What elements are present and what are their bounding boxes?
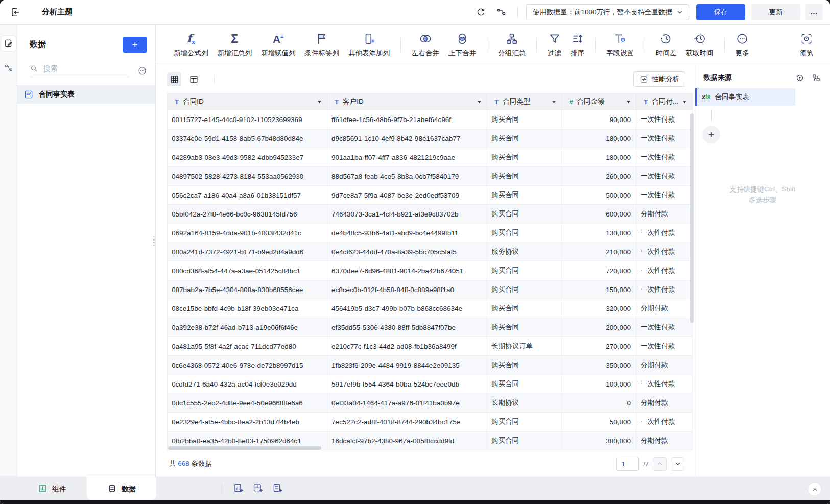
table-cell: 0e4cf623-44dd-470a-8a39-5bc705c5faf5 bbox=[327, 243, 487, 261]
toolbar-divider bbox=[595, 37, 596, 53]
add-doc-button[interactable] bbox=[272, 483, 282, 495]
horizontal-scrollbar[interactable] bbox=[168, 446, 321, 450]
tab-data[interactable]: 数据 bbox=[87, 477, 156, 500]
toolbar-item-merge-lr[interactable]: 左右合并 bbox=[407, 32, 444, 58]
table-cell: 一次性付款 bbox=[636, 375, 693, 393]
toolbar-item-merge-tb[interactable]: 上下合并 bbox=[444, 32, 481, 58]
window-edge bbox=[0, 500, 830, 504]
table-cell: 901aa1ba-ff07-4ff7-a836-4821219c9aae bbox=[327, 148, 487, 166]
performance-analysis-button[interactable]: 性能分析 bbox=[633, 71, 685, 87]
table-cell: 056c2ca7-a186-40a4-a8a6-01b38151df57 bbox=[168, 186, 327, 204]
grid-view-icon[interactable] bbox=[167, 72, 181, 86]
next-page-button[interactable] bbox=[671, 457, 684, 471]
table-cell: 分期付款 bbox=[636, 394, 693, 412]
table-cell: 购买合同 bbox=[487, 318, 562, 337]
panel-resize-handle[interactable]: ⋮⋮ bbox=[150, 238, 155, 244]
column-dropdown-caret-icon[interactable] bbox=[552, 100, 556, 104]
table-cell: ec8cec0b-012f-4b58-84ff-0c889e98f1a0 bbox=[327, 280, 487, 299]
more-actions-button[interactable]: ... bbox=[805, 4, 823, 20]
column-header[interactable]: #合同金额 bbox=[562, 93, 636, 110]
search-more-icon[interactable] bbox=[137, 66, 147, 76]
source-step-contract-fact-table[interactable]: xls 合同事实表 bbox=[695, 88, 795, 106]
vertical-scrollbar[interactable] bbox=[690, 113, 694, 323]
refresh-icon[interactable] bbox=[473, 5, 489, 20]
table-viewport: T合同IDT客户IDT合同类型#合同金额T合同付... 00115727-e14… bbox=[156, 93, 695, 450]
toolbar-item-label: 时间差 bbox=[656, 49, 677, 58]
sigma-icon: Σ bbox=[231, 32, 238, 46]
table-cell: 087bab2a-7b5e-4304-808a-830b68556cee bbox=[168, 280, 327, 299]
toolbar-item-assign[interactable]: A=新增赋值列 bbox=[256, 32, 300, 58]
table-cell: 长期协议订单 bbox=[487, 337, 562, 355]
collapse-panel-button[interactable] bbox=[808, 482, 822, 496]
toolbar-item-group-summary[interactable]: 分组汇总 bbox=[493, 32, 530, 58]
column-dropdown-caret-icon[interactable] bbox=[682, 100, 687, 104]
table-cell: 一次性付款 bbox=[636, 261, 693, 280]
table-cell: 一次性付款 bbox=[636, 224, 693, 242]
table-cell: 0dc1c555-2eb2-4d8e-9ee4-50e96688e6a6 bbox=[168, 394, 327, 412]
data-limit-dropdown[interactable]: 使用数据量：前1000万行，暂不支持全量数据 bbox=[526, 4, 689, 20]
main-area: fx新增公式列Σ新增汇总列A=新增赋值列条件标签列其他表添加列左右合并上下合并分… bbox=[156, 25, 830, 477]
column-header-label: 合同ID bbox=[183, 97, 204, 106]
table-cell: 150,000 bbox=[562, 280, 636, 299]
shortcut-hint: 支持快捷键Ctrl、Shift多选步骤 bbox=[695, 184, 830, 205]
view-divider bbox=[214, 74, 215, 84]
toolbar-item-label: 字段设置 bbox=[606, 49, 634, 58]
column-header[interactable]: T客户ID bbox=[327, 93, 487, 110]
update-history-icon[interactable] bbox=[795, 73, 804, 82]
table-cell: 6370dee7-6d96-4881-9014-2ba42b674051 bbox=[327, 261, 487, 280]
page-input[interactable] bbox=[616, 457, 639, 471]
sidebar-item-contract-fact-table[interactable]: 合同事实表 bbox=[17, 85, 155, 104]
table-cell: 260,000 bbox=[562, 167, 636, 185]
toolbar-item-label: 新增公式列 bbox=[174, 49, 208, 58]
column-dropdown-caret-icon[interactable] bbox=[477, 100, 482, 104]
column-dropdown-caret-icon[interactable] bbox=[317, 100, 322, 104]
table-cell: 90,000 bbox=[562, 110, 636, 129]
toolbar-item-more[interactable]: 更多 bbox=[731, 32, 754, 58]
table-row: 0a481a95-5f8f-4a2f-acac-711dcd77ed80e210… bbox=[168, 337, 693, 356]
table-row: 0692a164-8159-4dda-901b-4003f432d41cde4b… bbox=[168, 224, 693, 243]
toolbar-item-get-time[interactable]: 获取时间 bbox=[681, 32, 718, 58]
footer-divider bbox=[222, 484, 222, 494]
pulse-chart-icon bbox=[639, 75, 648, 84]
toolbar-item-formula[interactable]: fx新增公式列 bbox=[169, 32, 213, 58]
toolbar-item-preview[interactable]: 预览 bbox=[795, 32, 818, 58]
add-chart-button[interactable] bbox=[233, 483, 244, 495]
toolbar-item-sigma[interactable]: Σ新增汇总列 bbox=[213, 32, 257, 58]
table-cell: 456419b5-d3c7-499b-b07b-b868cc68634e bbox=[327, 299, 487, 318]
prev-page-button[interactable] bbox=[653, 457, 667, 471]
column-header[interactable]: T合同付... bbox=[636, 93, 693, 110]
column-header[interactable]: T合同类型 bbox=[487, 93, 562, 110]
toolbar-item-filter[interactable]: 过滤 bbox=[543, 32, 566, 58]
table-row: 0cdfd271-6a40-432a-ac04-fcf0e3e029dd5917… bbox=[168, 375, 693, 394]
toolbar-item-sort[interactable]: 排序 bbox=[566, 32, 589, 58]
search-input[interactable] bbox=[42, 64, 109, 73]
update-button[interactable]: 更新 bbox=[751, 4, 800, 20]
column-view-icon[interactable] bbox=[186, 72, 201, 86]
data-edit-icon[interactable] bbox=[1, 36, 16, 51]
column-header[interactable]: T合同ID bbox=[168, 93, 327, 110]
save-button[interactable]: 保存 bbox=[696, 4, 745, 20]
chevron-down-icon bbox=[676, 9, 683, 16]
lineage-flow-icon[interactable] bbox=[494, 5, 509, 20]
table-cell: 03374c0e-59d1-4158-8ab5-67b48d80d84e bbox=[168, 129, 327, 148]
toolbar-item-flag[interactable]: 条件标签列 bbox=[300, 32, 344, 58]
relation-flow-icon[interactable] bbox=[1, 60, 16, 76]
toolbar-item-time-diff[interactable]: 时间差 bbox=[651, 32, 681, 58]
toolbar-item-field-settings[interactable]: 字段设置 bbox=[602, 32, 638, 58]
add-grid-button[interactable] bbox=[252, 483, 263, 495]
table-cell: 长期协议 bbox=[487, 394, 562, 412]
table-cell: 购买合同 bbox=[487, 299, 562, 318]
swap-layout-icon[interactable] bbox=[812, 73, 821, 82]
add-table-button[interactable]: + bbox=[123, 37, 147, 53]
exit-icon[interactable] bbox=[8, 5, 22, 19]
page-total: /7 bbox=[643, 460, 649, 468]
page-title: 分析主题 bbox=[42, 7, 73, 17]
table-cell: 购买合同 bbox=[487, 431, 562, 450]
add-step-button[interactable]: + bbox=[702, 126, 720, 143]
toolbar-item-table-add[interactable]: 其他表添加列 bbox=[344, 32, 394, 58]
table-cell: 一次性付款 bbox=[636, 129, 693, 148]
table-cell: 200,000 bbox=[562, 318, 636, 337]
tab-components[interactable]: 组件 bbox=[17, 477, 87, 500]
column-dropdown-caret-icon[interactable] bbox=[626, 100, 631, 104]
content: 性能分析 T合同IDT客户IDT合同类型#合同金额T合同付... 0011572… bbox=[156, 65, 830, 477]
